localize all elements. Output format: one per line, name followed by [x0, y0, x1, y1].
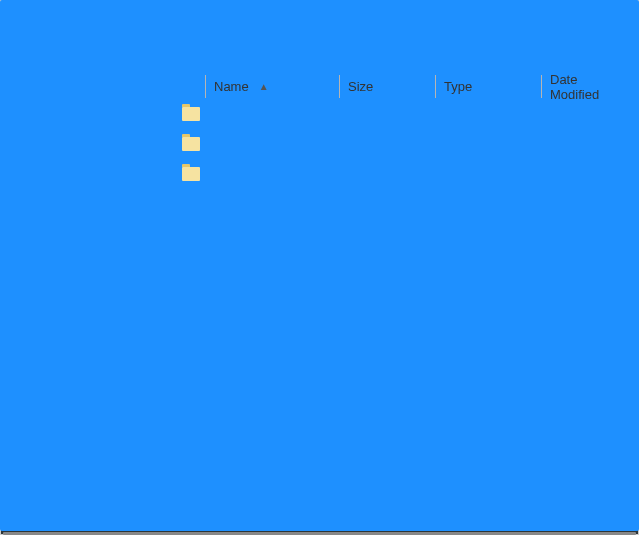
body-area: forev Libraries Computer Name ▲ Size: [1, 75, 638, 490]
sort-ascending-icon: ▲: [259, 81, 269, 92]
column-header-type[interactable]: Type: [436, 75, 542, 98]
column-header-spacer: [156, 75, 206, 98]
column-header-date[interactable]: Date Modified: [542, 75, 638, 98]
column-header-name[interactable]: Name ▲: [206, 75, 340, 98]
sidebar: forev Libraries Computer: [1, 75, 156, 490]
column-label: Name: [214, 79, 249, 94]
column-label: Type: [444, 79, 472, 94]
folder-icon: [182, 137, 200, 151]
folder-icon: [182, 167, 200, 181]
select-source-window: Select Source F:\ forev: [0, 0, 639, 535]
column-header-size[interactable]: Size: [340, 75, 436, 98]
column-header-row: Name ▲ Size Type Date Modified: [156, 75, 638, 99]
folder-icon: [182, 107, 200, 121]
column-label: Date Modified: [550, 75, 630, 102]
column-label: Size: [348, 79, 373, 94]
sidebar-item-computer[interactable]: Computer: [1, 161, 155, 191]
